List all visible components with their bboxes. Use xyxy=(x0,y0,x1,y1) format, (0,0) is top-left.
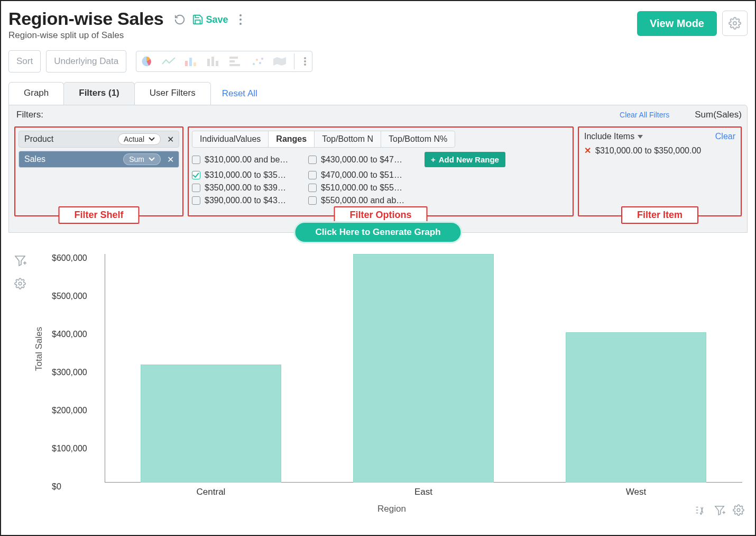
range-checkbox[interactable]: $510,000.00 to $55… xyxy=(308,183,414,193)
checkbox-icon xyxy=(192,156,200,164)
range-checkbox[interactable]: $310,000.00 to $35… xyxy=(192,170,298,180)
range-checkbox[interactable]: $350,000.00 to $39… xyxy=(192,183,298,193)
line-chart-icon[interactable] xyxy=(161,53,177,69)
filter-pill-sales[interactable]: Sales Sum ✕ xyxy=(19,151,179,168)
svg-point-1 xyxy=(239,19,242,21)
filter-options: IndividualValues Ranges Top/Bottom N Top… xyxy=(188,126,574,216)
range-label: $310,000.00 and be… xyxy=(205,155,288,165)
tab-graph[interactable]: Graph xyxy=(8,82,64,105)
range-label: $350,000.00 to $39… xyxy=(205,183,286,193)
sort-az-icon[interactable] xyxy=(695,504,706,517)
svg-marker-20 xyxy=(638,135,643,139)
range-checkbox[interactable]: $390,000.00 to $43… xyxy=(192,196,298,205)
filters-label: Filters: xyxy=(16,110,43,120)
checkbox-icon xyxy=(192,171,200,179)
y-tick: $600,000 xyxy=(52,253,87,263)
bar[interactable] xyxy=(353,254,493,483)
range-label: $310,000.00 to $35… xyxy=(205,170,286,180)
x-category: West xyxy=(530,487,742,497)
filter-pill-product[interactable]: Product Actual ✕ xyxy=(19,131,179,148)
tab-user-filters[interactable]: User Filters xyxy=(134,82,211,105)
svg-point-3 xyxy=(733,22,736,25)
pill-agg-dropdown[interactable]: Sum xyxy=(123,153,161,165)
range-checkbox[interactable]: $310,000.00 and be… xyxy=(192,152,298,167)
range-checkbox[interactable]: $430,000.00 to $47… xyxy=(308,152,414,167)
sum-sales-label: Sum(Sales) xyxy=(695,110,742,120)
chevron-down-icon xyxy=(149,157,155,161)
range-label: $470,000.00 to $51… xyxy=(321,170,402,180)
map-chart-icon[interactable] xyxy=(272,53,288,69)
pill-name: Sales xyxy=(22,155,45,164)
bar-chart: Total Sales CentralEastWest $0$100,000$2… xyxy=(36,252,748,501)
filter-include: Include Items Clear ✕ $310,000.00 to $35… xyxy=(578,126,742,216)
gear-icon[interactable] xyxy=(733,504,744,517)
opt-tab-individual[interactable]: IndividualValues xyxy=(192,131,269,147)
svg-point-24 xyxy=(19,282,22,285)
svg-rect-6 xyxy=(193,62,196,66)
save-button[interactable]: Save xyxy=(192,14,228,25)
svg-rect-9 xyxy=(216,61,218,66)
include-item-label: $310,000.00 to $350,000.00 xyxy=(595,146,701,156)
range-label: $430,000.00 to $47… xyxy=(321,155,402,165)
y-tick: $200,000 xyxy=(52,406,87,415)
include-clear-link[interactable]: Clear xyxy=(715,132,735,141)
remove-include-item-icon[interactable]: ✕ xyxy=(584,146,591,156)
range-checkbox[interactable]: $470,000.00 to $51… xyxy=(308,170,414,180)
svg-point-13 xyxy=(253,63,255,65)
settings-button[interactable] xyxy=(722,11,748,36)
svg-point-16 xyxy=(261,58,263,60)
callout-filter-shelf: Filter Shelf xyxy=(58,206,139,224)
svg-point-14 xyxy=(256,59,258,61)
include-items-dropdown[interactable]: Include Items xyxy=(584,132,643,141)
svg-point-18 xyxy=(304,60,306,62)
svg-rect-4 xyxy=(185,61,188,66)
hbar-chart-icon[interactable] xyxy=(227,53,243,69)
sort-button[interactable]: Sort xyxy=(8,50,41,72)
chart-type-group xyxy=(136,51,312,72)
checkbox-icon xyxy=(308,184,317,192)
checkbox-icon xyxy=(192,196,200,205)
callout-filter-options: Filter Options xyxy=(334,206,428,224)
more-chart-types-icon[interactable] xyxy=(294,53,310,69)
clear-all-filters-link[interactable]: Clear All Filters xyxy=(620,111,669,119)
bar-chart-icon[interactable] xyxy=(183,53,199,69)
pill-agg-dropdown[interactable]: Actual xyxy=(118,133,161,145)
y-tick: $500,000 xyxy=(52,292,87,301)
callout-filter-item: Filter Item xyxy=(621,206,698,224)
bar[interactable] xyxy=(141,365,281,483)
svg-rect-10 xyxy=(229,57,238,59)
tab-filters[interactable]: Filters (1) xyxy=(63,82,135,105)
generate-graph-button[interactable]: Click Here to Generate Graph xyxy=(295,223,460,242)
chart-settings-icon[interactable] xyxy=(14,278,26,291)
checkbox-icon xyxy=(308,196,317,205)
y-tick: $100,000 xyxy=(52,444,87,453)
x-category: Central xyxy=(105,487,317,497)
opt-tab-topn[interactable]: Top/Bottom N xyxy=(315,131,381,147)
pie-chart-icon[interactable] xyxy=(139,53,154,69)
more-icon[interactable] xyxy=(234,13,247,26)
add-filter-icon[interactable] xyxy=(714,504,725,517)
underlying-data-button[interactable]: Underlying Data xyxy=(46,50,126,72)
close-icon[interactable]: ✕ xyxy=(165,154,176,165)
reset-all-link[interactable]: Reset All xyxy=(222,88,257,99)
svg-marker-25 xyxy=(715,506,724,515)
checkbox-icon xyxy=(308,156,317,164)
view-mode-button[interactable]: View Mode xyxy=(637,11,717,36)
svg-point-15 xyxy=(259,62,261,64)
refresh-icon[interactable] xyxy=(173,13,187,26)
bar[interactable] xyxy=(566,332,706,483)
y-tick: $0 xyxy=(52,482,61,492)
filter-panel: Filters: Clear All Filters Sum(Sales) Pr… xyxy=(8,105,748,233)
x-category: East xyxy=(317,487,530,497)
range-label: $510,000.00 to $55… xyxy=(321,183,402,193)
stacked-bar-icon[interactable] xyxy=(205,53,221,69)
svg-point-17 xyxy=(304,57,306,59)
add-filter-icon[interactable] xyxy=(14,254,26,268)
add-new-range-button[interactable]: + Add New Range xyxy=(425,152,505,167)
opt-tab-topnp[interactable]: Top/Bottom N% xyxy=(381,131,455,147)
page-subtitle: Region-wise split up of Sales xyxy=(8,30,163,41)
scatter-chart-icon[interactable] xyxy=(250,53,265,69)
range-checkbox[interactable]: $550,000.00 and ab… xyxy=(308,196,414,205)
close-icon[interactable]: ✕ xyxy=(165,134,176,144)
opt-tab-ranges[interactable]: Ranges xyxy=(269,131,315,147)
